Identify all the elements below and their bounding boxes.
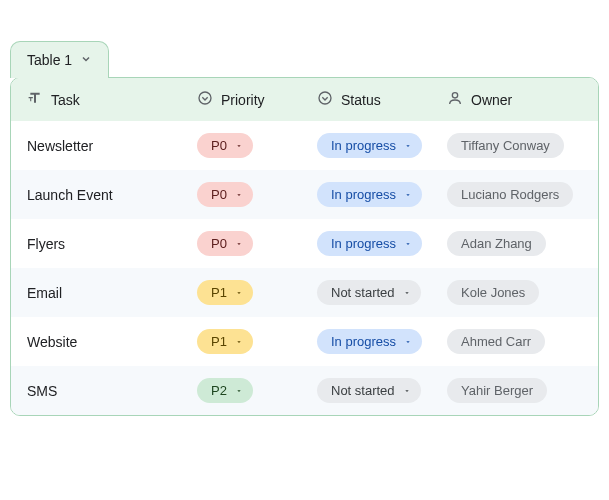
task-name: Email	[27, 285, 62, 301]
status-label: In progress	[331, 334, 396, 349]
table-header-row: Task Priority Status Owner	[11, 78, 598, 121]
svg-point-0	[199, 92, 211, 104]
owner-pill[interactable]: Yahir Berger	[447, 378, 547, 403]
table-row: Launch EventP0In progressLuciano Rodgers	[11, 170, 598, 219]
column-header-label: Priority	[221, 92, 265, 108]
owner-pill[interactable]: Kole Jones	[447, 280, 539, 305]
owner-name: Yahir Berger	[461, 383, 533, 398]
priority-pill[interactable]: P1	[197, 280, 253, 305]
task-name: Launch Event	[27, 187, 113, 203]
status-label: In progress	[331, 138, 396, 153]
caret-down-icon	[404, 338, 412, 346]
priority-pill[interactable]: P0	[197, 182, 253, 207]
status-pill[interactable]: Not started	[317, 378, 421, 403]
column-header-task[interactable]: Task	[27, 90, 197, 109]
status-pill[interactable]: In progress	[317, 329, 422, 354]
status-pill[interactable]: Not started	[317, 280, 421, 305]
priority-pill[interactable]: P1	[197, 329, 253, 354]
caret-down-icon	[235, 191, 243, 199]
status-label: In progress	[331, 236, 396, 251]
owner-pill[interactable]: Ahmed Carr	[447, 329, 545, 354]
task-name: Newsletter	[27, 138, 93, 154]
column-header-status[interactable]: Status	[317, 90, 447, 109]
column-header-owner[interactable]: Owner	[447, 90, 582, 109]
priority-pill[interactable]: P0	[197, 133, 253, 158]
caret-down-icon	[235, 240, 243, 248]
priority-label: P1	[211, 334, 227, 349]
priority-label: P0	[211, 138, 227, 153]
owner-pill[interactable]: Tiffany Conway	[447, 133, 564, 158]
caret-down-icon	[404, 191, 412, 199]
data-table: Task Priority Status Owner NewsletterP0I…	[10, 77, 599, 416]
text-icon	[27, 90, 43, 109]
status-pill[interactable]: In progress	[317, 133, 422, 158]
dropdown-circle-icon	[197, 90, 213, 109]
caret-down-icon	[403, 387, 411, 395]
chevron-down-icon	[80, 52, 92, 68]
owner-name: Tiffany Conway	[461, 138, 550, 153]
column-header-label: Status	[341, 92, 381, 108]
person-icon	[447, 90, 463, 109]
caret-down-icon	[235, 142, 243, 150]
table-row: FlyersP0In progressAdan Zhang	[11, 219, 598, 268]
caret-down-icon	[404, 240, 412, 248]
table-row: SMSP2Not startedYahir Berger	[11, 366, 598, 415]
priority-label: P0	[211, 187, 227, 202]
status-label: In progress	[331, 187, 396, 202]
caret-down-icon	[235, 289, 243, 297]
owner-name: Ahmed Carr	[461, 334, 531, 349]
status-pill[interactable]: In progress	[317, 231, 422, 256]
column-header-label: Task	[51, 92, 80, 108]
owner-name: Kole Jones	[461, 285, 525, 300]
priority-pill[interactable]: P0	[197, 231, 253, 256]
svg-point-2	[452, 93, 457, 98]
status-pill[interactable]: In progress	[317, 182, 422, 207]
priority-label: P0	[211, 236, 227, 251]
task-name: Flyers	[27, 236, 65, 252]
priority-pill[interactable]: P2	[197, 378, 253, 403]
svg-point-1	[319, 92, 331, 104]
task-name: SMS	[27, 383, 57, 399]
owner-pill[interactable]: Adan Zhang	[447, 231, 546, 256]
table-row: EmailP1Not startedKole Jones	[11, 268, 598, 317]
column-header-priority[interactable]: Priority	[197, 90, 317, 109]
owner-pill[interactable]: Luciano Rodgers	[447, 182, 573, 207]
priority-label: P2	[211, 383, 227, 398]
owner-name: Luciano Rodgers	[461, 187, 559, 202]
dropdown-circle-icon	[317, 90, 333, 109]
table-row: NewsletterP0In progressTiffany Conway	[11, 121, 598, 170]
status-label: Not started	[331, 383, 395, 398]
priority-label: P1	[211, 285, 227, 300]
column-header-label: Owner	[471, 92, 512, 108]
caret-down-icon	[235, 338, 243, 346]
caret-down-icon	[403, 289, 411, 297]
table-tab[interactable]: Table 1	[10, 41, 109, 78]
status-label: Not started	[331, 285, 395, 300]
task-name: Website	[27, 334, 77, 350]
table-tab-label: Table 1	[27, 52, 72, 68]
caret-down-icon	[404, 142, 412, 150]
caret-down-icon	[235, 387, 243, 395]
owner-name: Adan Zhang	[461, 236, 532, 251]
table-row: WebsiteP1In progressAhmed Carr	[11, 317, 598, 366]
